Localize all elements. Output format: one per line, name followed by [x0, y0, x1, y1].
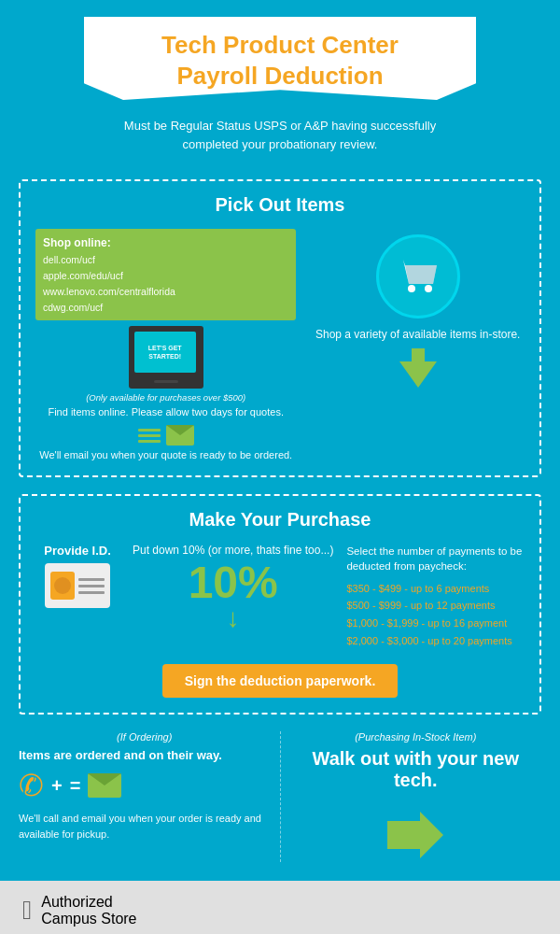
payments-title: Select the number of payments to be dedu…: [346, 544, 525, 573]
monitor-screen: LET'S GET STARTED!: [134, 332, 196, 373]
footer-text: Authorized Campus Store: [41, 894, 136, 927]
plus-sign: +: [51, 775, 63, 797]
footer-line-2: Campus Store: [41, 911, 136, 927]
shop-online-box: Shop online: dell.com/ucfapple.com/edu/u…: [35, 229, 296, 320]
monitor-container: LET'S GET STARTED!: [35, 326, 296, 389]
ordering-title: Items are ordered and on their way.: [19, 748, 271, 762]
purchasing-label: (Purchasing In-Stock Item): [355, 731, 476, 743]
lines-icon: [138, 429, 161, 443]
id-line-2: [78, 585, 105, 587]
line-bar-3: [138, 440, 161, 443]
percent-label: Put down 10% (or more, thats fine too...…: [133, 544, 333, 557]
id-line-3: [78, 591, 105, 594]
online-column: Shop online: dell.com/ucfapple.com/edu/u…: [35, 229, 296, 460]
id-lines: [78, 578, 105, 594]
svg-point-1: [425, 285, 432, 292]
online-desc: Find items online. Please allow two days…: [35, 406, 296, 417]
id-column: Provide I.D.: [35, 544, 119, 608]
envelope-flap: [166, 425, 194, 435]
purchase-row: Provide I.D. Put down 10% (or more, that…: [35, 544, 525, 649]
make-purchase-title: Make Your Purchase: [35, 509, 525, 531]
percent-column: Put down 10% (or more, thats fine too...…: [133, 544, 333, 631]
online-note: (Only available for purchases over $500): [35, 392, 296, 403]
percent-value: 10%: [189, 560, 278, 605]
pick-items-section: Pick Out Items Shop online: dell.com/ucf…: [19, 179, 541, 477]
payment-item-4: $2,000 - $3,000 - up to 20 payments: [346, 632, 525, 650]
email-desc: We'll email you when your quote is ready…: [35, 449, 296, 460]
sign-deduction-button[interactable]: Sign the deduction paperwork.: [162, 664, 399, 698]
header-section: Tech Product Center Payroll Deduction Mu…: [0, 0, 560, 163]
ordering-label: (If Ordering): [19, 731, 271, 743]
monitor-text: LET'S GET STARTED!: [134, 344, 196, 361]
arrow-down-green: [399, 361, 437, 388]
payment-item-3: $1,000 - $1,999 - up to 16 payment: [346, 615, 525, 632]
arrow-down-instore: [399, 348, 437, 388]
cart-icon: [390, 248, 446, 304]
payments-column: Select the number of payments to be dedu…: [346, 544, 525, 649]
id-avatar: [50, 572, 75, 600]
arrow-right-icon: [387, 812, 443, 862]
shop-online-label: Shop online:: [43, 234, 288, 252]
id-avatar-face: [54, 577, 71, 594]
instore-column: Shop a variety of available items in-sto…: [311, 229, 525, 460]
title-ribbon: Tech Product Center Payroll Deduction: [84, 17, 476, 100]
payment-item-1: $350 - $499 - up to 6 payments: [346, 580, 525, 598]
subtitle-text: Must be Regular Status USPS or A&P havin…: [103, 117, 457, 153]
walkout-title: Walk out with your new tech.: [290, 748, 542, 791]
id-line-1: [78, 578, 105, 581]
bottom-split: (If Ordering) Items are ordered and on t…: [19, 731, 541, 862]
line-bar-1: [138, 429, 161, 432]
envelope-small-icon: [88, 773, 121, 798]
instore-desc: Shop a variety of available items in-sto…: [315, 328, 520, 341]
sign-button-container: Sign the deduction paperwork.: [35, 664, 525, 698]
footer-section:  Authorized Campus Store: [0, 881, 560, 934]
bottom-section: (If Ordering) Items are ordered and on t…: [0, 731, 560, 871]
apple-logo-icon: : [22, 896, 32, 926]
phone-icon: ✆: [19, 768, 44, 803]
payment-item-2: $500 - $999 - up to 12 payments: [346, 597, 525, 615]
monitor-base: [154, 380, 178, 383]
shop-online-links: dell.com/ucfapple.com/edu/ucfwww.lenovo.…: [43, 252, 288, 315]
svg-point-0: [408, 285, 415, 292]
pick-items-title: Pick Out Items: [35, 194, 525, 216]
ordering-column: (If Ordering) Items are ordered and on t…: [19, 731, 280, 842]
equals-sign: =: [70, 775, 81, 797]
cart-circle: [376, 234, 460, 318]
instock-column: (Purchasing In-Stock Item) Walk out with…: [280, 731, 542, 862]
footer-line-1: Authorized: [41, 894, 136, 911]
line-bar-2: [138, 434, 161, 437]
envelope-icon: [166, 425, 194, 446]
email-row: [35, 425, 296, 446]
pick-items-content: Shop online: dell.com/ucfapple.com/edu/u…: [35, 229, 525, 460]
page-title: Tech Product Center Payroll Deduction: [112, 30, 448, 91]
svg-marker-2: [387, 812, 443, 858]
id-card-icon: [45, 563, 110, 608]
id-label: Provide I.D.: [44, 544, 111, 558]
make-purchase-section: Make Your Purchase Provide I.D. Put down…: [19, 494, 541, 715]
right-arrow-svg: [387, 812, 443, 858]
percent-arrow-icon: ↓: [227, 605, 240, 631]
order-icons-row: ✆ + =: [19, 768, 271, 803]
order-desc: We'll call and email you when your order…: [19, 811, 271, 842]
monitor-stand: [161, 373, 171, 380]
monitor-icon: LET'S GET STARTED!: [129, 326, 203, 389]
